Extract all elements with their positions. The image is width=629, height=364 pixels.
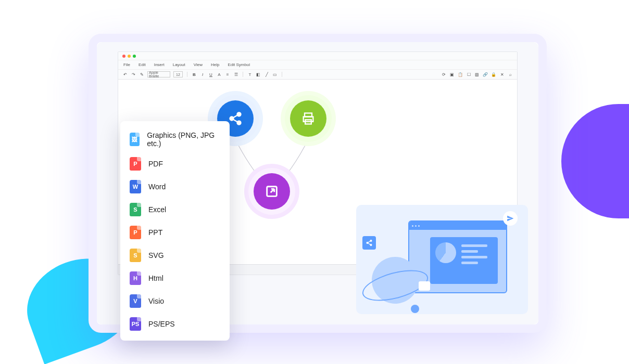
link-button[interactable]: 🔗 <box>483 72 488 77</box>
illustration-lines <box>461 244 487 267</box>
settings-button[interactable]: ✕ <box>499 72 505 77</box>
image-button[interactable]: ▣ <box>449 72 455 77</box>
export-item-label: SVG <box>148 251 164 259</box>
print-icon <box>301 111 316 126</box>
ps-file-icon: PS <box>130 317 141 331</box>
underline-button[interactable]: U <box>208 72 213 77</box>
font-family-select[interactable]: Apple Braille <box>147 71 170 77</box>
svg-line-3 <box>233 115 237 118</box>
export-format-menu: 🖼 Graphics (PNG, JPG etc.) P PDF W Word … <box>120 121 230 341</box>
window-minimize-icon[interactable] <box>128 55 131 58</box>
app-frame: File Edit Insert Layout View Help Edit S… <box>89 34 547 333</box>
menu-edit[interactable]: Edit <box>139 62 146 67</box>
decorative-blob-right <box>561 104 629 218</box>
export-item-label: Excel <box>148 205 166 214</box>
export-item-label: Html <box>148 274 163 282</box>
pdf-file-icon: P <box>130 157 141 171</box>
window-maximize-icon[interactable] <box>133 55 136 58</box>
group-button[interactable]: ▧ <box>474 72 480 77</box>
layers-button[interactable]: ☐ <box>466 72 471 77</box>
list-button[interactable]: ☰ <box>233 72 238 77</box>
menu-insert[interactable]: Insert <box>154 62 165 67</box>
illustration-panel <box>430 237 498 284</box>
ppt-file-icon: P <box>130 226 141 239</box>
window-titlebar <box>118 52 517 60</box>
undo-button[interactable]: ↶ <box>122 72 128 77</box>
export-item-label: Graphics (PNG, JPG etc.) <box>147 131 220 148</box>
bold-button[interactable]: B <box>192 72 197 77</box>
clipboard-button[interactable]: 📋 <box>458 72 463 77</box>
illustration-chat-icon <box>419 281 430 291</box>
html-file-icon: H <box>130 271 141 285</box>
export-item-label: Visio <box>148 297 164 305</box>
rotate-button[interactable]: ⟳ <box>441 72 446 77</box>
menubar: File Edit Insert Layout View Help Edit S… <box>118 60 517 70</box>
align-button[interactable]: ≡ <box>225 72 230 77</box>
export-icon <box>265 184 279 199</box>
redo-button[interactable]: ↷ <box>131 72 136 77</box>
illustration-browser-bar <box>409 222 506 230</box>
menu-help[interactable]: Help <box>211 62 219 67</box>
format-painter-button[interactable]: ✎ <box>139 72 144 77</box>
export-item-excel[interactable]: S Excel <box>120 198 230 221</box>
lock-button[interactable]: 🔒 <box>491 72 496 77</box>
svg-line-4 <box>233 120 237 122</box>
window-close-icon[interactable] <box>122 55 125 58</box>
toolbar-separator <box>282 72 282 77</box>
export-item-label: PS/EPS <box>148 320 175 328</box>
insert-text-button[interactable]: T <box>247 72 253 77</box>
excel-file-icon: S <box>130 203 141 216</box>
menu-edit-symbol[interactable]: Edit Symbol <box>228 62 250 67</box>
svg-line-13 <box>368 243 371 245</box>
illustration-avatar-icon <box>411 305 419 313</box>
toolbar-separator <box>243 72 243 77</box>
font-size-select[interactable]: 12 <box>173 71 183 77</box>
share-icon <box>228 111 243 126</box>
graphics-file-icon: 🖼 <box>130 133 140 146</box>
word-file-icon: W <box>130 180 141 193</box>
italic-button[interactable]: I <box>200 72 205 77</box>
search-button[interactable]: ⌕ <box>508 72 513 77</box>
font-color-button[interactable]: A <box>217 72 222 77</box>
export-item-ps-eps[interactable]: PS PS/EPS <box>120 313 230 335</box>
export-item-label: PDF <box>148 160 163 168</box>
print-node[interactable] <box>290 100 326 137</box>
export-item-word[interactable]: W Word <box>120 175 230 198</box>
export-item-html[interactable]: H Html <box>120 267 230 290</box>
menu-view[interactable]: View <box>194 62 203 67</box>
export-node[interactable] <box>254 173 290 210</box>
illustration-pie-icon <box>435 242 456 263</box>
export-item-graphics[interactable]: 🖼 Graphics (PNG, JPG etc.) <box>120 126 230 152</box>
export-item-label: Word <box>148 183 166 191</box>
menu-file[interactable]: File <box>123 62 130 67</box>
export-item-label: PPT <box>148 228 162 237</box>
toolbar-separator <box>187 72 187 77</box>
svg-point-2 <box>237 121 241 125</box>
export-item-visio[interactable]: V Visio <box>120 290 230 313</box>
svg-line-12 <box>368 241 371 243</box>
export-item-ppt[interactable]: P PPT <box>120 221 230 244</box>
export-item-svg[interactable]: S SVG <box>120 244 230 267</box>
illustration-send-icon <box>503 211 518 226</box>
shadow-button[interactable]: ▭ <box>272 72 278 77</box>
fill-color-button[interactable]: ◧ <box>256 72 261 77</box>
svg-point-1 <box>230 117 234 121</box>
svg-file-icon: S <box>130 249 141 262</box>
visio-file-icon: V <box>130 294 141 308</box>
toolbar: ↶ ↷ ✎ Apple Braille 12 B I U A ≡ ☰ T ◧ ╱… <box>118 70 517 80</box>
illustration-share-badge-icon <box>362 236 376 250</box>
menu-layout[interactable]: Layout <box>173 62 185 67</box>
export-item-pdf[interactable]: P PDF <box>120 152 230 175</box>
share-illustration <box>356 205 528 314</box>
svg-point-0 <box>237 112 241 116</box>
line-color-button[interactable]: ╱ <box>264 72 269 77</box>
